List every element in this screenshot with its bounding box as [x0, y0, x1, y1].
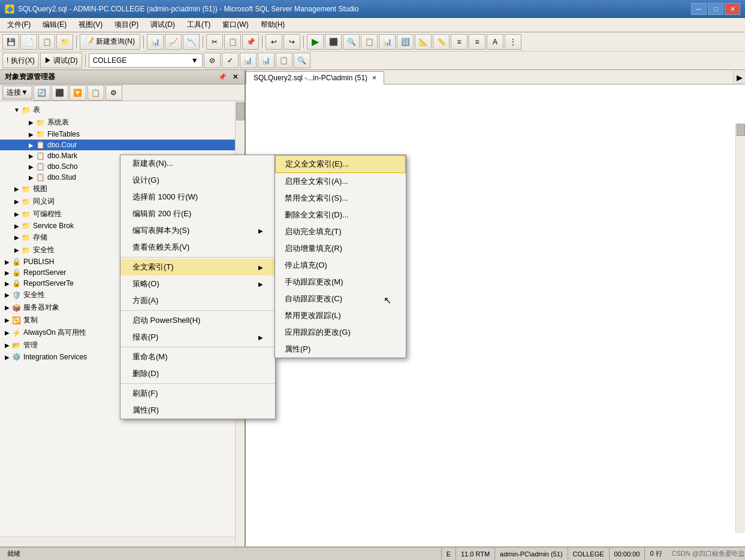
ctx-fulltext[interactable]: 全文索引(T) ▶	[120, 259, 275, 276]
oe-settings-btn[interactable]: ⚙	[105, 85, 122, 101]
submenu-define-fulltext[interactable]: 定义全文索引(E)...	[275, 155, 406, 173]
ctx-design[interactable]: 设计(G)	[120, 172, 275, 189]
new-query-button[interactable]: 📝 新建查询(N)	[80, 34, 140, 50]
menu-debug[interactable]: 调试(D)	[146, 19, 180, 31]
tab-close[interactable]: ×	[372, 74, 376, 82]
submenu-properties2[interactable]: 属性(P)	[275, 341, 406, 358]
ctx-script[interactable]: 编写表脚本为(S) ▶	[120, 222, 275, 239]
menu-tools[interactable]: 工具(T)	[182, 19, 215, 31]
toolbar-btn-17[interactable]: A	[487, 34, 503, 50]
toolbar-btn-6[interactable]: 📈	[165, 34, 182, 50]
menu-help[interactable]: 帮助(H)	[256, 19, 290, 31]
oe-pin-btn[interactable]: 📌	[216, 72, 228, 81]
expand-icon-sb: ▶	[12, 223, 22, 229]
ctx-powershell[interactable]: 启动 PowerShell(H)	[120, 312, 275, 329]
oe-filter-btn[interactable]: 🔽	[70, 85, 86, 101]
submenu-auto-track[interactable]: 自动跟踪更改(C)	[275, 290, 406, 307]
query-scrollbar[interactable]	[735, 123, 745, 533]
toolbar-btn-4[interactable]: 📁	[56, 34, 73, 50]
toolbar-btn-7[interactable]: 📉	[183, 34, 200, 50]
menu-view[interactable]: 视图(V)	[74, 19, 107, 31]
tree-item-tables[interactable]: ▼ 📁 表	[0, 104, 245, 116]
submenu-manual-track[interactable]: 手动跟踪更改(M)	[275, 274, 406, 290]
submenu-start-incremental-populate[interactable]: 启动增量填充(R)	[275, 240, 406, 257]
toolbar-btn-8[interactable]: ⬛	[325, 34, 342, 50]
toolbar-btn-debug2[interactable]: ▶ 调试(D)	[40, 53, 82, 68]
ctx-rename[interactable]: 重命名(M)	[120, 349, 275, 365]
ctx-dependencies[interactable]: 查看依赖关系(V)	[120, 239, 275, 256]
ctx-select1000[interactable]: 选择前 1000 行(W)	[120, 189, 275, 205]
ctx-properties[interactable]: 属性(R)	[120, 402, 275, 419]
toolbar-btn-11[interactable]: 📊	[379, 34, 396, 50]
maximize-button[interactable]: □	[708, 3, 723, 15]
minimize-button[interactable]: ─	[691, 3, 707, 15]
submenu-delete-fulltext[interactable]: 删除全文索引(D)...	[275, 207, 406, 223]
oe-header-actions[interactable]: 📌 ✕	[216, 72, 240, 81]
database-dropdown[interactable]: COLLEGE ▼	[89, 53, 203, 68]
toolbar-btn-18[interactable]: ⋮	[505, 34, 521, 50]
oe-hscrollbar[interactable]	[0, 537, 235, 546]
toolbar-btn-paste[interactable]: 📌	[242, 34, 259, 50]
submenu-disable-track[interactable]: 禁用更改跟踪(L)	[275, 307, 406, 324]
toolbar-btn-3[interactable]: 📋	[38, 34, 55, 50]
query-scrollbar-thumb[interactable]	[737, 124, 745, 136]
oe-close-btn[interactable]: ✕	[231, 72, 240, 81]
toolbar-btn-redo[interactable]: ↪	[283, 34, 300, 50]
label-filetables: FileTables	[47, 130, 80, 138]
window-controls[interactable]: ─ □ ✕	[691, 3, 740, 15]
toolbar-btn-run[interactable]: ▶	[307, 34, 324, 50]
toolbar-btn-14[interactable]: 📏	[433, 34, 450, 50]
menu-bar: 文件(F) 编辑(E) 视图(V) 项目(P) 调试(D) 工具(T) 窗口(W…	[0, 18, 745, 32]
oe-stop-btn[interactable]: ⬛	[52, 85, 68, 101]
submenu-disable-fulltext[interactable]: 禁用全文索引(S)...	[275, 190, 406, 207]
oe-properties-btn[interactable]: 📋	[88, 85, 104, 101]
close-button[interactable]: ✕	[725, 3, 740, 15]
toolbar-btn-12[interactable]: 🔢	[397, 34, 414, 50]
query-tab-main[interactable]: SQLQuery2.sql -...in-PC\admin (51) ×	[246, 71, 384, 84]
status-right-area: E 11.0 RTM admin-PC\admin (51) COLLEGE 0…	[441, 547, 667, 561]
oe-refresh-btn[interactable]: 🔄	[34, 85, 50, 101]
toolbar-btn-copy[interactable]: 📋	[224, 34, 241, 50]
toolbar-btn-10[interactable]: 📋	[361, 34, 378, 50]
menu-project[interactable]: 项目(P)	[110, 19, 143, 31]
toolbar-btn-9[interactable]: 🔍	[343, 34, 360, 50]
toolbar-btn-exec[interactable]: ! 执行(X)	[2, 53, 39, 68]
toolbar-btn-undo[interactable]: ↩	[266, 34, 282, 50]
toolbar-btn-1[interactable]: 💾	[2, 34, 19, 50]
tree-item-filetables[interactable]: ▶ 📁 FileTables	[0, 129, 245, 140]
toolbar-btn-19[interactable]: ✓	[222, 53, 239, 68]
tree-item-dbo-cour[interactable]: ▶ 📋 dbo.Cour	[0, 140, 245, 150]
toolbar-btn-21[interactable]: 📊	[258, 53, 275, 68]
ctx-refresh[interactable]: 刷新(F)	[120, 385, 275, 402]
submenu-enable-fulltext[interactable]: 启用全文索引(A)...	[275, 173, 406, 190]
toolbar-btn-23[interactable]: 🔍	[294, 53, 310, 68]
ctx-reports[interactable]: 报表(P) ▶	[120, 329, 275, 346]
toolbar-btn-5[interactable]: 📊	[147, 34, 164, 50]
toolbar-btn-13[interactable]: 📐	[415, 34, 432, 50]
toolbar-btn-15[interactable]: ≡	[451, 34, 467, 50]
scrollbar-thumb[interactable]	[236, 102, 245, 120]
ctx-facets[interactable]: 方面(A)	[120, 292, 275, 309]
toolbar-btn-cut[interactable]: ✂	[206, 34, 223, 50]
toolbar-btn-16[interactable]: ≡	[469, 34, 485, 50]
window-title: SQLQuery2.sql - ADMIN-PC.COLLEGE (admin-…	[18, 5, 691, 13]
tree-item-systables[interactable]: ▶ 📁 系统表	[0, 116, 245, 129]
menu-file[interactable]: 文件(F)	[2, 19, 35, 31]
ctx-edit200[interactable]: 编辑前 200 行(E)	[120, 205, 275, 222]
toolbar-btn-22[interactable]: 📋	[276, 53, 292, 68]
tab-scroll-right[interactable]: ▶	[733, 71, 745, 84]
ctx-arrow-script: ▶	[258, 228, 263, 234]
menu-edit[interactable]: 编辑(E)	[38, 19, 71, 31]
toolbar-row-2: ! 执行(X) ▶ 调试(D) COLLEGE ▼ ⊘ ✓ 📊 📊 📋 🔍	[0, 52, 745, 69]
submenu-start-full-populate[interactable]: 启动完全填充(T)	[275, 223, 406, 240]
submenu-apply-track[interactable]: 应用跟踪的更改(G)	[275, 324, 406, 341]
menu-window[interactable]: 窗口(W)	[218, 19, 253, 31]
toolbar-btn-2[interactable]: 📄	[20, 34, 37, 50]
toolbar-btn-20[interactable]: 📊	[240, 53, 257, 68]
ctx-policy[interactable]: 策略(O) ▶	[120, 276, 275, 292]
ctx-new-table[interactable]: 新建表(N)...	[120, 155, 275, 172]
toolbar-btn-sql[interactable]: ⊘	[204, 53, 221, 68]
submenu-stop-populate[interactable]: 停止填充(O)	[275, 257, 406, 274]
ctx-delete[interactable]: 删除(D)	[120, 365, 275, 382]
connect-button[interactable]: 连接▼	[2, 86, 32, 99]
